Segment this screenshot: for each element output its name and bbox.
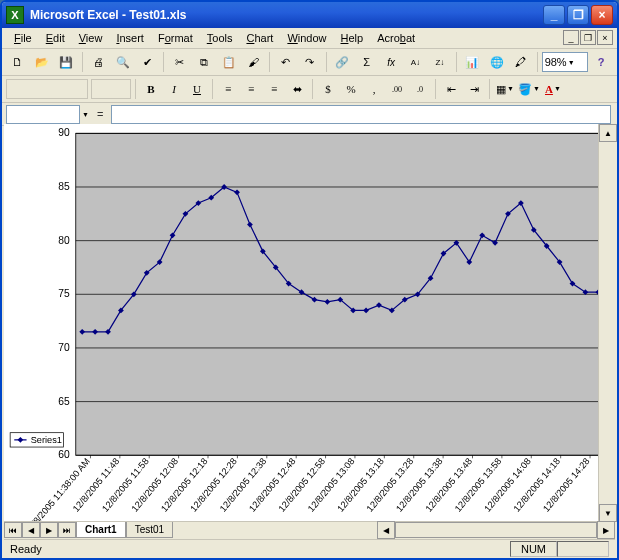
formula-input[interactable] — [111, 105, 611, 124]
last-sheet-button[interactable]: ⏭ — [58, 522, 76, 538]
sheet-tab-bar: ⏮ ◀ ▶ ⏭ Chart1 Test01 ◀ ▶ — [4, 521, 615, 538]
menu-edit[interactable]: Edit — [40, 31, 71, 45]
svg-text:60: 60 — [58, 449, 70, 460]
spellcheck-button[interactable]: ✔ — [136, 50, 159, 74]
copy-icon: ⧉ — [200, 56, 208, 69]
scroll-right-button[interactable]: ▶ — [597, 521, 615, 539]
first-sheet-button[interactable]: ⏮ — [4, 522, 22, 538]
sheet-tab-chart1[interactable]: Chart1 — [76, 522, 126, 538]
align-left-button[interactable]: ≡ — [217, 78, 239, 100]
sort-asc-button[interactable]: A↓ — [404, 50, 427, 74]
open-button[interactable]: 📂 — [30, 50, 53, 74]
menu-file[interactable]: File — [8, 31, 38, 45]
close-button[interactable]: × — [591, 5, 613, 25]
drawing-button[interactable]: 🖍 — [509, 50, 532, 74]
new-icon: 🗋 — [12, 56, 23, 68]
svg-text:Series1: Series1 — [31, 435, 62, 445]
decrease-decimal-button[interactable]: .0 — [409, 78, 431, 100]
menu-help[interactable]: Help — [335, 31, 370, 45]
format-painter-button[interactable]: 🖌 — [241, 50, 264, 74]
align-right-button[interactable]: ≡ — [263, 78, 285, 100]
autosum-button[interactable]: Σ — [355, 50, 378, 74]
mdi-minimize-button[interactable]: _ — [563, 30, 579, 45]
title-bar[interactable]: X Microsoft Excel - Test01.xls _ ❐ × — [2, 2, 617, 28]
prev-sheet-button[interactable]: ◀ — [22, 522, 40, 538]
minimize-button[interactable]: _ — [543, 5, 565, 25]
print-preview-button[interactable]: 🔍 — [112, 50, 135, 74]
font-combo[interactable] — [6, 79, 88, 99]
status-num: NUM — [510, 541, 557, 557]
next-sheet-button[interactable]: ▶ — [40, 522, 58, 538]
map-button[interactable]: 🌐 — [485, 50, 508, 74]
formula-bar: ▼ = — [2, 103, 617, 126]
menu-view[interactable]: View — [73, 31, 109, 45]
redo-icon: ↷ — [305, 56, 314, 69]
print-icon: 🖨 — [93, 56, 104, 68]
merge-button[interactable]: ⬌ — [286, 78, 308, 100]
chart-icon: 📊 — [465, 56, 479, 69]
increase-indent-button[interactable]: ⇥ — [463, 78, 485, 100]
increase-decimal-button[interactable]: .00 — [386, 78, 408, 100]
mdi-close-button[interactable]: × — [597, 30, 613, 45]
percent-button[interactable]: % — [340, 78, 362, 100]
align-center-icon: ≡ — [248, 83, 254, 95]
paste-button[interactable]: 📋 — [217, 50, 240, 74]
decrease-indent-button[interactable]: ⇤ — [440, 78, 462, 100]
save-icon: 💾 — [59, 56, 73, 69]
status-empty — [557, 541, 609, 557]
excel-icon: X — [6, 6, 24, 24]
dec-decimal-icon: .0 — [417, 85, 423, 94]
menu-acrobat[interactable]: Acrobat — [371, 31, 421, 45]
drawing-icon: 🖍 — [515, 56, 526, 68]
horizontal-scrollbar[interactable] — [395, 522, 597, 538]
cut-button[interactable]: ✂ — [168, 50, 191, 74]
hyperlink-button[interactable]: 🔗 — [331, 50, 354, 74]
map-icon: 🌐 — [490, 56, 504, 69]
sort-desc-icon: Z↓ — [435, 58, 444, 67]
fill-color-button[interactable]: 🪣▼ — [517, 78, 541, 100]
align-center-button[interactable]: ≡ — [240, 78, 262, 100]
chart-wizard-button[interactable]: 📊 — [460, 50, 483, 74]
borders-button[interactable]: ▦▼ — [494, 78, 516, 100]
new-button[interactable]: 🗋 — [6, 50, 29, 74]
chart[interactable]: 6065707580859012/8/2005 11:38:00 AM12/8/… — [4, 124, 615, 522]
maximize-button[interactable]: ❐ — [567, 5, 589, 25]
comma-button[interactable]: , — [363, 78, 385, 100]
currency-button[interactable]: $ — [317, 78, 339, 100]
zoom-combo[interactable]: 98%▼ — [542, 52, 589, 72]
mdi-restore-button[interactable]: ❐ — [580, 30, 596, 45]
scroll-left-button[interactable]: ◀ — [377, 521, 395, 539]
save-button[interactable]: 💾 — [55, 50, 78, 74]
function-button[interactable]: fx — [379, 50, 402, 74]
chevron-down-icon[interactable]: ▼ — [82, 111, 89, 118]
menu-bar: File Edit View Insert Format Tools Chart… — [2, 28, 617, 49]
undo-button[interactable]: ↶ — [274, 50, 297, 74]
font-color-button[interactable]: A▼ — [542, 78, 564, 100]
bold-button[interactable]: B — [140, 78, 162, 100]
menu-tools[interactable]: Tools — [201, 31, 239, 45]
copy-button[interactable]: ⧉ — [193, 50, 216, 74]
sheet-tab-test01[interactable]: Test01 — [126, 522, 173, 538]
sort-desc-button[interactable]: Z↓ — [428, 50, 451, 74]
chart-sheet[interactable]: 6065707580859012/8/2005 11:38:00 AM12/8/… — [4, 124, 615, 522]
align-left-icon: ≡ — [225, 83, 231, 95]
menu-insert[interactable]: Insert — [110, 31, 150, 45]
size-combo[interactable] — [91, 79, 131, 99]
menu-format[interactable]: Format — [152, 31, 199, 45]
underline-button[interactable]: U — [186, 78, 208, 100]
redo-button[interactable]: ↷ — [298, 50, 321, 74]
brush-icon: 🖌 — [248, 56, 259, 68]
menu-window[interactable]: Window — [281, 31, 332, 45]
print-button[interactable]: 🖨 — [87, 50, 110, 74]
italic-button[interactable]: I — [163, 78, 185, 100]
menu-chart[interactable]: Chart — [240, 31, 279, 45]
sheet-nav: ⏮ ◀ ▶ ⏭ — [4, 522, 76, 538]
help-icon: ? — [598, 56, 605, 68]
formatting-toolbar: B I U ≡ ≡ ≡ ⬌ $ % , .00 .0 ⇤ ⇥ ▦▼ 🪣▼ A▼ — [2, 76, 617, 103]
name-box[interactable] — [6, 105, 80, 124]
help-button[interactable]: ? — [589, 50, 612, 74]
scroll-down-button[interactable]: ▼ — [599, 504, 617, 522]
status-ready: Ready — [10, 543, 42, 555]
scroll-up-button[interactable]: ▲ — [599, 124, 617, 142]
vertical-scrollbar[interactable]: ▲ ▼ — [598, 124, 615, 522]
